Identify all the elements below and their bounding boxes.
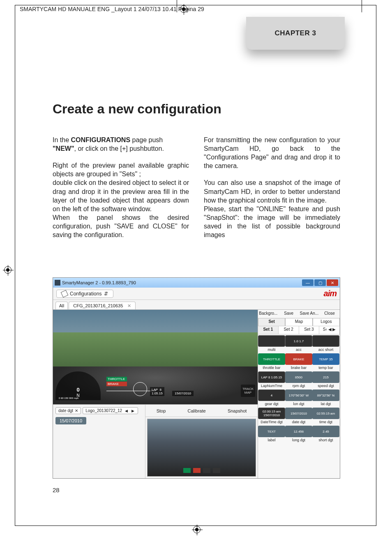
configurations-button[interactable]: Configurations ⇵: [56, 290, 113, 298]
widget-acc-short[interactable]: acc short: [312, 334, 339, 353]
lap-overlay[interactable]: LAP 8 1:05.15: [150, 387, 164, 396]
throttle-overlay[interactable]: THROTTLE: [106, 377, 127, 381]
widget-preview: [258, 335, 285, 347]
widget-label: rpm dgt: [285, 384, 312, 388]
tab-set1[interactable]: Set 1: [258, 326, 279, 334]
widget-label: acc: [285, 348, 312, 352]
paragraph: When the panel shows the desired configu…: [53, 213, 189, 239]
updown-icon: ⇵: [104, 291, 108, 297]
widget-preview: 1.0 1.7: [285, 335, 312, 347]
widget-time-dgt[interactable]: 02:55:15 amtime dgt: [312, 407, 339, 425]
paragraph: You can also use a snapshot of the image…: [204, 178, 340, 204]
widget-preview: [312, 335, 339, 347]
close-icon[interactable]: ✕: [75, 408, 78, 413]
configurations-label: Configurations: [70, 291, 101, 297]
tab-logos[interactable]: Logos: [313, 318, 340, 326]
widget-preview: TEXT: [258, 426, 285, 437]
widget-label: lat dgt: [312, 402, 339, 406]
save-as-button[interactable]: Save An...: [299, 310, 320, 318]
close-panel-button[interactable]: Close: [319, 310, 340, 318]
widget-preview: 02:55:15 am: [312, 408, 339, 419]
widget-preview: LAP 8 1:05.15: [258, 371, 285, 383]
calibrate-button[interactable]: Calibrate: [188, 408, 206, 413]
snapshot-preview: [147, 419, 256, 477]
close-icon[interactable]: ✕: [127, 303, 131, 308]
page-heading: Create a new configuration: [53, 101, 340, 117]
widget-short-dgt[interactable]: 2.45short dgt: [312, 425, 339, 443]
widget-acc[interactable]: 1.0 1.7acc: [285, 334, 312, 353]
widget-label: short dgt: [312, 438, 339, 442]
widget-preview: 4: [258, 389, 285, 401]
widget-label: LapNumTme: [258, 384, 285, 388]
brake-overlay[interactable]: BRAKE: [106, 382, 127, 386]
column-right: For transmitting the new configuration t…: [204, 136, 340, 247]
maximize-button[interactable]: ▢: [314, 279, 326, 286]
widget-preview: 15/07/2010: [285, 408, 312, 419]
widget-lat-dgt[interactable]: 89°32'56" Nlat dgt: [312, 389, 339, 407]
column-left: In the CONFIGURATIONS page push "NEW", o…: [53, 136, 189, 247]
window-titlebar: SmartyManager 2 - 0.99.1.8893_790 — ▢ ✕: [53, 278, 340, 288]
t: In the: [53, 136, 71, 143]
background-button[interactable]: Backgro...: [258, 310, 279, 318]
date-overlay[interactable]: 15/07/2010: [172, 391, 194, 396]
page-number: 28: [53, 486, 60, 493]
layer-tab-logo[interactable]: Logo_20130722_12 ◀ ▶: [83, 407, 138, 414]
snapshot-button[interactable]: Snapshot: [228, 408, 247, 413]
widget-preview: 89°32'56" N: [312, 389, 339, 401]
widget-preview: 2.45: [312, 426, 339, 437]
close-button[interactable]: ✕: [327, 279, 338, 286]
widget-long-dgt[interactable]: 12.456long dgt: [285, 425, 312, 443]
acc-circle-overlay[interactable]: [133, 382, 147, 396]
widget-label: speed dgt: [312, 384, 339, 388]
widget-label: DateTime dgt: [258, 420, 285, 424]
minimize-button[interactable]: —: [302, 279, 314, 286]
widget-label: long dgt: [285, 438, 312, 442]
layer-tab-date[interactable]: date dgt✕: [55, 407, 81, 414]
widget-preview: 8500: [285, 371, 312, 383]
t: page push: [130, 136, 163, 143]
widget-speed-dgt[interactable]: 215speed dgt: [312, 371, 339, 389]
widget-preview: 12.456: [285, 426, 312, 437]
layer-date-value[interactable]: 15/07/2010: [55, 417, 86, 424]
tab-all[interactable]: All: [55, 302, 68, 309]
window-title: SmartyManager 2 - 0.99.1.8893_790: [62, 280, 136, 285]
tab-map[interactable]: Map: [285, 318, 312, 326]
tab-config[interactable]: CFG_20130716_210635 ✕: [69, 302, 136, 309]
widget-label: label: [258, 438, 285, 442]
tab-set-nav[interactable]: S‹ ◀ ▶: [319, 326, 340, 334]
widget-label: multi: [258, 348, 285, 352]
widget-lon-dgt[interactable]: 170°56'30" Wlon dgt: [285, 389, 312, 407]
widget-gear-dgt[interactable]: 4gear dgt: [258, 389, 285, 407]
stop-button[interactable]: Stop: [157, 408, 166, 413]
sets-panel: Backgro... Save Save An... Close Set Map…: [258, 310, 340, 478]
trackmap-overlay[interactable]: TRACKMAP: [241, 385, 255, 397]
widget-throttle-bar[interactable]: THROTTLEthrottle bar: [258, 353, 285, 371]
prev-icon[interactable]: ◀: [124, 409, 129, 413]
widget-label: throttle bar: [258, 366, 285, 370]
paragraph: Please, start the "ONLINE" feature and p…: [204, 205, 340, 239]
widget-date-dgt[interactable]: 15/07/2010date dgt: [285, 407, 312, 425]
widget-rpm-dgt[interactable]: 8500rpm dgt: [285, 371, 312, 389]
widget-temp-bar[interactable]: TEMP 35temp bar: [312, 353, 339, 371]
widget-label[interactable]: TEXTlabel: [258, 425, 285, 443]
save-button[interactable]: Save: [279, 310, 299, 318]
app-screenshot: SmartyManager 2 - 0.99.1.8893_790 — ▢ ✕ …: [53, 277, 340, 479]
tab-set[interactable]: Set: [258, 318, 285, 326]
pen-icon: [61, 290, 69, 297]
widget-label: brake bar: [285, 366, 312, 370]
t: CONFIGURATIONS: [71, 136, 130, 143]
widget-preview: THROTTLE: [258, 353, 285, 365]
widget-label: lon dgt: [285, 402, 312, 406]
widget-brake-bar[interactable]: BRAKEbrake bar: [285, 353, 312, 371]
widget-preview: 215: [312, 371, 339, 383]
paragraph: For transmitting the new configuration t…: [204, 136, 340, 170]
tab-set3[interactable]: Set 3: [299, 326, 320, 334]
next-icon[interactable]: ▶: [130, 409, 135, 413]
preview-area[interactable]: N 0 0 60 150 300 mph THROTTLE BRAKE LAP …: [53, 310, 258, 404]
widget-LapNumTme[interactable]: LAP 8 1:05.15LapNumTme: [258, 371, 285, 389]
widget-multi[interactable]: multi: [258, 334, 285, 353]
paragraph: Right of the preview panel available gra…: [53, 161, 189, 178]
tab-set2[interactable]: Set 2: [279, 326, 299, 334]
widget-label: date dgt: [285, 420, 312, 424]
widget-DateTime-dgt[interactable]: 02:00:15 am 15/07/2010DateTime dgt: [258, 407, 285, 425]
